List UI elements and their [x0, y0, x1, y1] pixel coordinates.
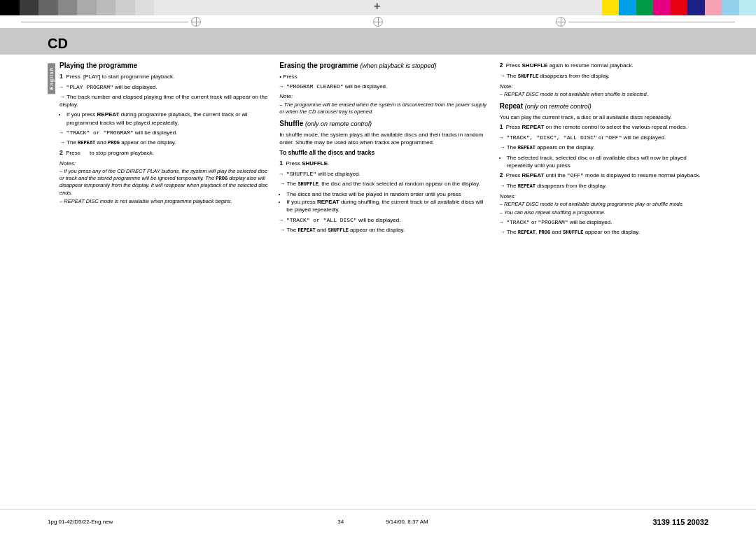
- shuffle-note-label: Note:: [500, 83, 708, 90]
- shuffle-step2-arrow: → The SHUFFLE disappears from the displa…: [500, 72, 708, 80]
- shuffle-arrow-repeat-shuffle: → The REPEAT and SHUFFLE appear on the d…: [279, 226, 488, 234]
- shuffle-bullet-random: The discs and the tracks will be played …: [286, 190, 488, 198]
- reg-circle-right: [556, 17, 566, 27]
- shuffle-sub-title: To shuffle all the discs and tracks: [279, 149, 488, 157]
- shuffle-intro: In shuffle mode, the system plays all th…: [279, 131, 488, 146]
- color-gray6: [135, 0, 155, 15]
- shuffle-bullet-list: The discs and the tracks will be played …: [286, 190, 488, 214]
- shuffle-arrow-shuffle-display: → "SHUFFLE" will be displayed.: [279, 170, 488, 178]
- color-gray1: [38, 0, 58, 15]
- color-gray4: [97, 0, 116, 15]
- erasing-programme-title: Erasing the programme (when playback is …: [279, 62, 488, 69]
- footer-file-info: 1pg 01-42/D5/22-Eng.new: [48, 519, 113, 525]
- bullet-list-col1: If you press REPEAT during programme pla…: [66, 111, 268, 126]
- color-darkgray: [20, 0, 39, 15]
- notes-label-col1: Notes:: [59, 160, 268, 167]
- repeat-arrow-disappears: → The REPEAT disappears from the display…: [500, 182, 708, 190]
- arrow-track-number: → The track number and elapsed playing t…: [59, 93, 268, 108]
- step1-text: 1 Press [PLAY] to start programme playba…: [59, 73, 268, 81]
- note-cd-direct: – If you press any of the CD DIRECT PLAY…: [59, 168, 268, 197]
- right-color-blocks: [602, 0, 756, 15]
- color-lightblue: [722, 0, 738, 15]
- repeat-intro: You can play the current track, a disc o…: [500, 113, 708, 121]
- color-yellow: [602, 0, 619, 15]
- repeat-bullet-selected: The selected track, selected disc or all…: [507, 154, 708, 169]
- repeat-step1: 1 Press REPEAT on the remote control to …: [500, 123, 708, 132]
- shuffle-bullet-repeat: If you press REPEAT during shuffling, th…: [286, 198, 488, 213]
- erase-step-press: • Press: [279, 73, 488, 80]
- color-gray3: [77, 0, 97, 15]
- section-header-band: CD: [0, 28, 756, 55]
- repeat-step2: 2 Press REPEAT until the "OFF" mode is d…: [500, 171, 708, 180]
- language-tab: English: [48, 63, 55, 94]
- center-dot-area: [154, 0, 602, 15]
- erase-arrow-cleared: → "PROGRAM CLEARED" will be displayed.: [279, 83, 488, 90]
- color-magenta: [653, 0, 670, 15]
- repeat-title: Repeat (only on remote control): [500, 102, 708, 110]
- shuffle-title: Shuffle (only on remote control): [279, 120, 488, 127]
- arrow-track-program: → "TRACK" or "PROGRAM" will be displayed…: [59, 129, 268, 136]
- shuffle-arrow-disc-track: → The SHUFFLE, the disc and the track se…: [279, 180, 488, 188]
- color-gray2: [58, 0, 78, 15]
- footer-page-number: 34: [337, 519, 344, 525]
- repeat-arrow-all-appear: → The REPEAT, PROG and SHUFFLE appear on…: [500, 228, 708, 237]
- reg-line-left: [21, 22, 188, 22]
- footer-date: 9/14/00, 8:37 AM: [386, 519, 428, 525]
- color-darkblue: [687, 0, 704, 15]
- shuffle-note-text: – REPEAT DISC mode is not available when…: [500, 91, 708, 98]
- top-color-bar: [0, 0, 756, 15]
- repeat-arrow-appears: → The REPEAT appears on the display.: [500, 143, 708, 152]
- registration-marks-bar: [0, 15, 756, 28]
- reg-circle-center: [373, 17, 383, 27]
- content-columns: Playing the programme 1 Press [PLAY] to …: [59, 62, 708, 505]
- arrow-play-program: → "PLAY PROGRAM" will be displayed.: [59, 83, 268, 91]
- note-repeat-disc-col1: – REPEAT DISC mode is not available when…: [59, 198, 268, 205]
- footer-product-code: 3139 115 20032: [652, 518, 708, 526]
- repeat-bullet-list: The selected track, selected disc or all…: [507, 154, 708, 169]
- bullet-repeat: If you press REPEAT during programme pla…: [66, 111, 268, 126]
- left-color-blocks: [0, 0, 154, 15]
- color-pink: [705, 0, 722, 15]
- arrow-repeat-prog: → The REPEAT and PROG appear on the disp…: [59, 139, 268, 147]
- reg-line-right: [568, 22, 736, 22]
- col-playing-programme: Playing the programme 1 Press [PLAY] to …: [59, 62, 268, 505]
- erase-note-label: Note:: [279, 92, 488, 100]
- repeat-arrow-track-program: → "TRACK" or "PROGRAM" will be displayed…: [500, 218, 708, 226]
- color-green: [636, 0, 653, 15]
- color-cyan: [619, 0, 636, 15]
- repeat-note-disc-mode: – REPEAT DISC mode is not available duri…: [500, 201, 708, 208]
- col-erase-shuffle: Erasing the programme (when playback is …: [279, 62, 488, 505]
- section-title: CD: [48, 36, 68, 52]
- repeat-notes-label: Notes:: [500, 192, 708, 200]
- color-black: [0, 0, 20, 15]
- erase-note-text: – The programme will be erased when the …: [279, 101, 488, 115]
- col-repeat: 2 Press SHUFFLE again to resume normal p…: [500, 62, 708, 505]
- reg-circle-left: [191, 17, 201, 27]
- shuffle-step1: 1 Press SHUFFLE.: [279, 160, 488, 168]
- main-content-area: English Playing the programme 1 Press [P…: [0, 55, 756, 509]
- crosshair-icon: [373, 3, 383, 13]
- repeat-arrow-modes: → "TRACK", "DISC", "ALL DISC" or "OFF" w…: [500, 134, 708, 141]
- step2-text: 2 Press to stop program playback.: [59, 149, 268, 157]
- shuffle-step2: 2 Press SHUFFLE again to resume normal p…: [500, 62, 708, 70]
- color-red: [671, 0, 687, 15]
- repeat-note-shuffle: – You can also repeat shuffling a progra…: [500, 209, 708, 216]
- shuffle-arrow-track-disc: → "TRACK" or "ALL DISC" will be displaye…: [279, 216, 488, 224]
- playing-programme-title: Playing the programme: [59, 62, 268, 69]
- color-gray5: [115, 0, 135, 15]
- footer: 1pg 01-42/D5/22-Eng.new 34 9/14/00, 8:37…: [0, 509, 756, 534]
- color-lightcyan: [739, 0, 756, 15]
